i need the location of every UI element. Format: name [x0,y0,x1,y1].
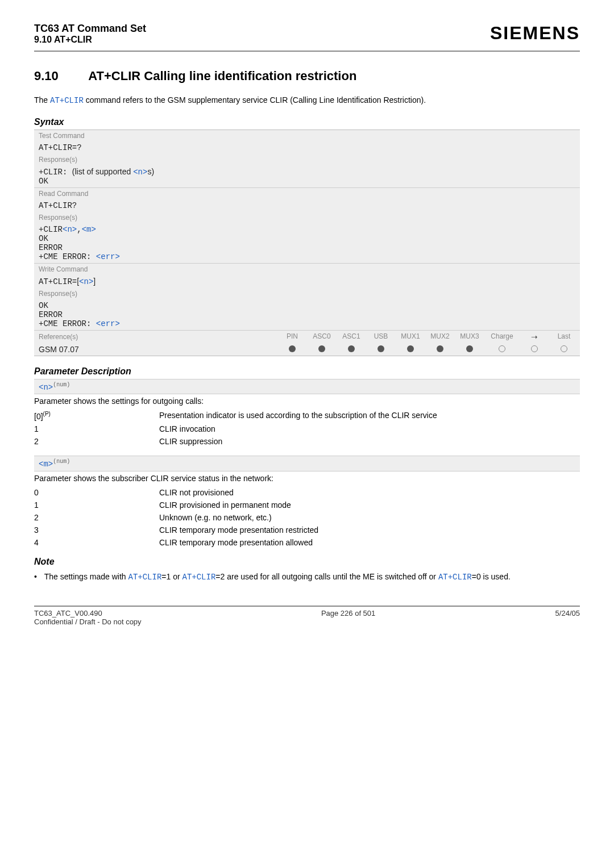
param-n-desc: Parameter shows the settings for outgoin… [34,397,580,406]
write-response: OK ERROR +CME ERROR: <err> [34,299,580,330]
intro-text: The AT+CLIR command refers to the GSM su… [34,95,580,107]
table-row: 3CLIR temporary mode presentation restri… [34,524,580,536]
arrow-icon: ➝ [523,332,546,341]
param-m-desc: Parameter shows the subscriber CLIR serv… [34,474,580,483]
parameter-description-heading: Parameter Description [34,366,580,377]
syntax-heading: Syntax [34,117,580,127]
param-m-tag: <m>(num) [34,456,580,471]
brand-logo: SIEMENS [490,23,580,44]
header-divider [34,51,580,52]
footer-divider [34,606,580,607]
note-heading: Note [34,557,580,567]
page-footer: TC63_ATC_V00.490 Confidential / Draft - … [34,606,580,626]
dot-icon [348,345,355,352]
table-row: 1CLIR invocation [34,423,580,435]
dot-open-icon [531,345,538,352]
link-atclir[interactable]: AT+CLIR [182,573,216,582]
dot-icon [466,345,473,352]
param-n-table: [0](P)Presentation indicator is used acc… [34,409,580,448]
table-row: [0](P)Presentation indicator is used acc… [34,409,580,423]
reference-value: GSM 07.07 [39,345,281,354]
dot-icon [318,345,325,352]
page-header: TC63 AT Command Set 9.10 AT+CLIR SIEMENS [34,23,580,48]
label-test-response: Response(s) [34,154,580,165]
syntax-block: Test Command AT+CLIR=? Response(s) +CLIR… [34,130,580,356]
doc-subtitle: 9.10 AT+CLIR [34,35,146,45]
footer-right: 5/24/05 [555,609,580,626]
footer-left-2: Confidential / Draft - Do not copy [34,617,142,626]
dot-icon [437,345,443,352]
write-command: AT+CLIR=[<n>] [34,275,580,288]
dot-open-icon [561,345,567,352]
label-test-command: Test Command [34,130,580,141]
dot-icon [289,345,296,352]
table-row: 1CLIR provisioned in permanent mode [34,499,580,511]
support-dots [281,345,575,354]
reference-label: Reference(s) [39,333,281,341]
doc-title: TC63 AT Command Set [34,23,146,35]
section-number: 9.10 [34,69,85,84]
section-title: AT+CLIR Calling line identification rest… [88,69,356,83]
reference-value-row: GSM 07.07 [34,343,580,356]
param-n-tag: <n>(num) [34,379,580,395]
read-response: +CLIR<n>,<m> OK ERROR +CME ERROR: <err> [34,223,580,263]
link-atclir[interactable]: AT+CLIR [438,573,472,582]
note-body: • The settings made with AT+CLIR=1 or AT… [34,571,580,583]
link-atclir[interactable]: AT+CLIR [128,573,162,582]
label-write-command: Write Command [34,264,580,275]
table-row: 2Unknown (e.g. no network, etc.) [34,511,580,524]
read-command: AT+CLIR? [34,199,580,212]
bullet-icon: • [34,571,42,583]
test-command: AT+CLIR=? [34,141,580,154]
footer-center: Page 226 of 501 [321,609,375,626]
footer-left-1: TC63_ATC_V00.490 [34,609,142,617]
test-response: +CLIR: (list of supported <n>s) OK [34,165,580,187]
dot-icon [407,345,414,352]
dot-open-icon [499,345,505,352]
link-atclir[interactable]: AT+CLIR [50,96,84,105]
label-write-response: Response(s) [34,288,580,299]
table-row: 2CLIR suppression [34,435,580,448]
table-row: 0CLIR not provisioned [34,486,580,499]
table-row: 4CLIR temporary mode presentation allowe… [34,536,580,549]
dot-icon [377,345,384,352]
section-heading: 9.10 AT+CLIR Calling line identification… [34,69,580,84]
param-m-table: 0CLIR not provisioned 1CLIR provisioned … [34,486,580,549]
label-read-response: Response(s) [34,212,580,223]
reference-header-row: Reference(s) PIN ASC0 ASC1 USB MUX1 MUX2… [34,330,580,343]
reference-columns: PIN ASC0 ASC1 USB MUX1 MUX2 MUX3 Charge … [281,332,575,341]
label-read-command: Read Command [34,188,580,199]
